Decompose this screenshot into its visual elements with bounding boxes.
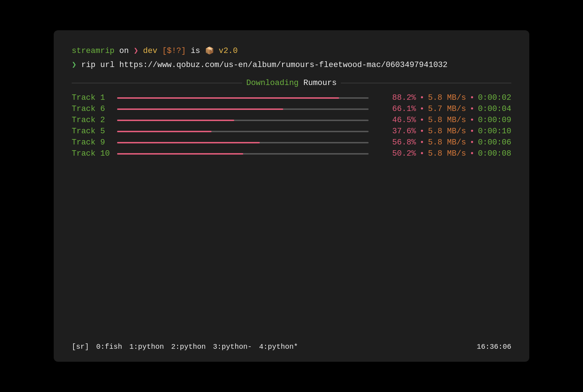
progress-bar-fill	[117, 97, 339, 99]
track-label: Track 5	[72, 127, 111, 136]
stat-percent: 37.6%	[392, 127, 416, 136]
tab-4: 4:python*	[259, 343, 298, 351]
stat-percent: 88.2%	[392, 93, 416, 102]
stat-dot: •	[420, 116, 424, 125]
stat-dot: •	[420, 127, 424, 136]
command-line: ❯ rip url https://www.qobuz.com/us-en/al…	[72, 59, 511, 71]
stat-time: 0:00:02	[478, 93, 511, 102]
stat-dot2: •	[469, 104, 474, 113]
command-text: rip url https://www.qobuz.com/us-en/albu…	[81, 61, 448, 70]
track-stats: 50.2% • 5.8 MB/s • 0:00:08	[374, 149, 511, 158]
header-line-left	[72, 83, 242, 83]
pkg-icon: 📦	[205, 47, 214, 55]
git-status: [$!?]	[162, 46, 186, 55]
track-row: Track 2 46.5% • 5.8 MB/s • 0:00:09	[72, 116, 511, 125]
branch-symbol: ❯	[134, 46, 143, 55]
is-label-2: is	[191, 46, 205, 55]
version-label: v2.0	[219, 46, 238, 55]
track-label: Track 9	[72, 138, 111, 147]
album-name-text: Rumours	[303, 79, 337, 88]
progress-bar-fill	[117, 120, 234, 121]
progress-bar-container	[117, 120, 369, 121]
track-stats: 88.2% • 5.8 MB/s • 0:00:02	[374, 93, 511, 102]
branch-name: dev	[143, 46, 157, 55]
stat-dot2: •	[469, 138, 474, 147]
section-header: Downloading Rumours	[72, 79, 511, 88]
progress-bar-fill	[117, 108, 283, 110]
tmux-tabs: [sr] 0:fish 1:python 2:python 3:python- …	[72, 343, 298, 351]
stat-speed: 5.8 MB/s	[428, 149, 466, 158]
progress-bar-container	[117, 142, 369, 143]
stat-dot2: •	[469, 127, 474, 136]
track-row: Track 10 50.2% • 5.8 MB/s • 0:00:08	[72, 149, 511, 158]
on-label: on	[119, 46, 134, 55]
stat-dot2: •	[469, 93, 474, 102]
stat-dot2: •	[469, 116, 474, 125]
track-row: Track 6 66.1% • 5.7 MB/s • 0:00:04	[72, 104, 511, 113]
track-stats: 56.8% • 5.8 MB/s • 0:00:06	[374, 138, 511, 147]
track-stats: 66.1% • 5.7 MB/s • 0:00:04	[374, 104, 511, 113]
terminal-window: streamrip on ❯ dev [$!?] is 📦 v2.0 ❯ rip…	[54, 30, 529, 362]
track-stats: 46.5% • 5.8 MB/s • 0:00:09	[374, 116, 511, 125]
track-label: Track 2	[72, 116, 111, 125]
progress-bar-fill	[117, 142, 260, 143]
stat-time: 0:00:09	[478, 116, 511, 125]
stat-speed: 5.7 MB/s	[428, 104, 466, 113]
tab-3: 3:python-	[213, 343, 252, 351]
status-bar: [sr] 0:fish 1:python 2:python 3:python- …	[72, 343, 511, 351]
stat-percent: 56.8%	[392, 138, 416, 147]
prompt-line-1: streamrip on ❯ dev [$!?] is 📦 v2.0	[72, 45, 511, 57]
stat-dot: •	[420, 138, 424, 147]
track-stats: 37.6% • 5.8 MB/s • 0:00:10	[374, 127, 511, 136]
tab-0: 0:fish	[96, 343, 122, 351]
progress-bar-container	[117, 97, 369, 99]
track-label: Track 1	[72, 93, 111, 102]
stat-time: 0:00:10	[478, 127, 511, 136]
progress-bar-container	[117, 131, 369, 132]
stat-speed: 5.8 MB/s	[428, 138, 466, 147]
tab-1: 1:python	[129, 343, 164, 351]
section-header-text: Downloading Rumours	[242, 79, 341, 88]
stat-speed: 5.8 MB/s	[428, 116, 466, 125]
track-row: Track 9 56.8% • 5.8 MB/s • 0:00:06	[72, 138, 511, 147]
session-label: [sr]	[72, 343, 89, 351]
track-label: Track 10	[72, 149, 111, 158]
track-row: Track 5 37.6% • 5.8 MB/s • 0:00:10	[72, 127, 511, 136]
repo-name: streamrip	[72, 46, 115, 55]
stat-dot: •	[420, 93, 424, 102]
stat-time: 0:00:08	[478, 149, 511, 158]
downloading-label: Downloading	[246, 79, 299, 88]
stat-dot: •	[420, 149, 424, 158]
tab-2: 2:python	[171, 343, 206, 351]
clock: 16:36:06	[477, 343, 511, 351]
track-list: Track 1 88.2% • 5.8 MB/s • 0:00:02 Track…	[72, 93, 511, 158]
progress-bar-container	[117, 153, 369, 155]
progress-bar-fill	[117, 153, 243, 155]
stat-time: 0:00:06	[478, 138, 511, 147]
stat-speed: 5.8 MB/s	[428, 93, 466, 102]
progress-bar-fill	[117, 131, 212, 132]
progress-bar-container	[117, 108, 369, 110]
stat-time: 0:00:04	[478, 104, 511, 113]
stat-dot2: •	[469, 149, 474, 158]
stat-percent: 50.2%	[392, 149, 416, 158]
stat-percent: 66.1%	[392, 104, 416, 113]
track-label: Track 6	[72, 104, 111, 113]
stat-speed: 5.8 MB/s	[428, 127, 466, 136]
stat-dot: •	[420, 104, 424, 113]
track-row: Track 1 88.2% • 5.8 MB/s • 0:00:02	[72, 93, 511, 102]
header-line-right	[341, 83, 511, 83]
arrow-symbol: ❯	[72, 61, 76, 70]
stat-percent: 46.5%	[392, 116, 416, 125]
